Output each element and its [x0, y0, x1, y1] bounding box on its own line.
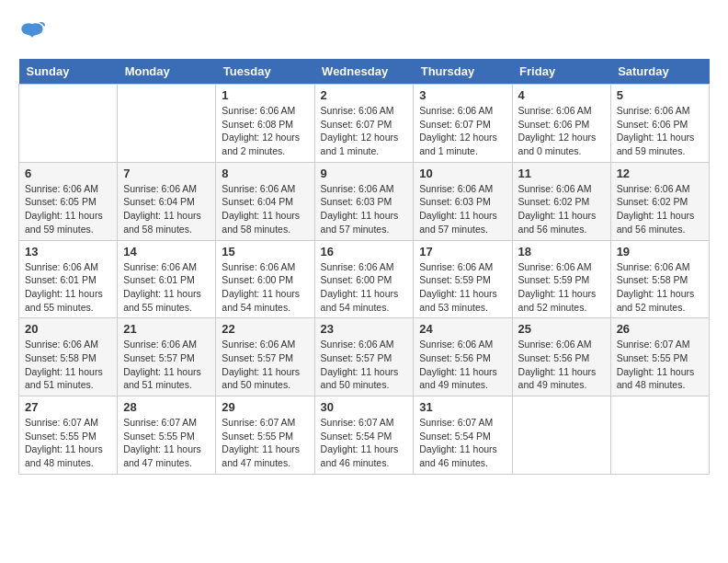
calendar-cell: 17Sunrise: 6:06 AM Sunset: 5:59 PM Dayli… [414, 240, 512, 318]
calendar-cell: 29Sunrise: 6:07 AM Sunset: 5:55 PM Dayli… [216, 396, 314, 475]
weekday-header-tuesday: Tuesday [216, 59, 314, 85]
calendar-cell: 10Sunrise: 6:06 AM Sunset: 6:03 PM Dayli… [414, 162, 512, 240]
day-info: Sunrise: 6:06 AM Sunset: 6:03 PM Dayligh… [321, 182, 408, 236]
calendar-cell [19, 85, 118, 163]
calendar-cell: 30Sunrise: 6:07 AM Sunset: 5:54 PM Dayli… [314, 396, 414, 475]
day-info: Sunrise: 6:06 AM Sunset: 5:59 PM Dayligh… [419, 260, 506, 315]
day-info: Sunrise: 6:06 AM Sunset: 6:00 PM Dayligh… [321, 260, 408, 315]
day-info: Sunrise: 6:06 AM Sunset: 6:03 PM Dayligh… [419, 182, 506, 236]
calendar-cell: 11Sunrise: 6:06 AM Sunset: 6:02 PM Dayli… [512, 162, 610, 240]
calendar-week-row: 13Sunrise: 6:06 AM Sunset: 6:01 PM Dayli… [19, 240, 710, 318]
day-number: 11 [518, 167, 605, 180]
page-header [18, 18, 710, 50]
logo [18, 18, 50, 50]
day-number: 21 [123, 322, 210, 336]
day-info: Sunrise: 6:06 AM Sunset: 6:06 PM Dayligh… [617, 104, 703, 158]
calendar-header-row: SundayMondayTuesdayWednesdayThursdayFrid… [19, 59, 710, 85]
day-number: 23 [321, 322, 408, 336]
day-info: Sunrise: 6:07 AM Sunset: 5:55 PM Dayligh… [123, 416, 210, 470]
calendar-cell: 31Sunrise: 6:07 AM Sunset: 5:54 PM Dayli… [414, 396, 512, 475]
day-number: 31 [419, 400, 506, 414]
day-number: 4 [518, 88, 605, 102]
day-number: 3 [419, 88, 506, 102]
day-number: 13 [25, 245, 111, 259]
calendar-cell: 9Sunrise: 6:06 AM Sunset: 6:03 PM Daylig… [314, 162, 414, 240]
day-info: Sunrise: 6:06 AM Sunset: 5:58 PM Dayligh… [25, 338, 111, 392]
day-info: Sunrise: 6:06 AM Sunset: 5:58 PM Dayligh… [617, 260, 703, 315]
calendar-cell: 12Sunrise: 6:06 AM Sunset: 6:02 PM Dayli… [610, 162, 709, 240]
calendar-cell: 13Sunrise: 6:06 AM Sunset: 6:01 PM Dayli… [19, 240, 118, 318]
day-info: Sunrise: 6:06 AM Sunset: 5:57 PM Dayligh… [222, 338, 308, 392]
weekday-header-wednesday: Wednesday [314, 59, 414, 85]
day-number: 2 [321, 88, 408, 102]
day-info: Sunrise: 6:06 AM Sunset: 6:02 PM Dayligh… [617, 182, 703, 236]
day-number: 19 [617, 245, 703, 259]
weekday-header-saturday: Saturday [610, 59, 709, 85]
day-info: Sunrise: 6:06 AM Sunset: 6:01 PM Dayligh… [123, 260, 210, 315]
day-info: Sunrise: 6:06 AM Sunset: 5:59 PM Dayligh… [518, 260, 605, 315]
calendar-cell: 28Sunrise: 6:07 AM Sunset: 5:55 PM Dayli… [118, 396, 216, 475]
calendar-cell: 27Sunrise: 6:07 AM Sunset: 5:55 PM Dayli… [19, 396, 118, 475]
calendar-cell: 26Sunrise: 6:07 AM Sunset: 5:55 PM Dayli… [610, 318, 709, 396]
calendar-cell: 14Sunrise: 6:06 AM Sunset: 6:01 PM Dayli… [118, 240, 216, 318]
day-number: 7 [123, 167, 210, 180]
day-number: 20 [25, 322, 111, 336]
day-number: 17 [419, 245, 506, 259]
calendar-cell: 20Sunrise: 6:06 AM Sunset: 5:58 PM Dayli… [19, 318, 118, 396]
calendar-cell: 19Sunrise: 6:06 AM Sunset: 5:58 PM Dayli… [610, 240, 709, 318]
calendar-cell: 23Sunrise: 6:06 AM Sunset: 5:57 PM Dayli… [314, 318, 414, 396]
day-number: 6 [25, 167, 111, 180]
calendar-cell: 22Sunrise: 6:06 AM Sunset: 5:57 PM Dayli… [216, 318, 314, 396]
day-number: 26 [617, 322, 703, 336]
day-number: 15 [222, 245, 308, 259]
calendar-cell [512, 396, 610, 475]
day-number: 10 [419, 167, 506, 180]
day-info: Sunrise: 6:06 AM Sunset: 5:57 PM Dayligh… [321, 338, 408, 392]
day-info: Sunrise: 6:06 AM Sunset: 6:00 PM Dayligh… [222, 260, 308, 315]
day-number: 18 [518, 245, 605, 259]
day-info: Sunrise: 6:07 AM Sunset: 5:54 PM Dayligh… [321, 416, 408, 470]
day-number: 30 [321, 400, 408, 414]
calendar-week-row: 6Sunrise: 6:06 AM Sunset: 6:05 PM Daylig… [19, 162, 710, 240]
day-info: Sunrise: 6:06 AM Sunset: 6:04 PM Dayligh… [123, 182, 210, 236]
calendar-cell: 7Sunrise: 6:06 AM Sunset: 6:04 PM Daylig… [118, 162, 216, 240]
day-number: 8 [222, 167, 308, 180]
calendar-cell: 5Sunrise: 6:06 AM Sunset: 6:06 PM Daylig… [610, 85, 709, 163]
day-number: 5 [617, 88, 703, 102]
calendar-cell [610, 396, 709, 475]
day-info: Sunrise: 6:06 AM Sunset: 6:01 PM Dayligh… [25, 260, 111, 315]
weekday-header-monday: Monday [118, 59, 216, 85]
weekday-header-sunday: Sunday [19, 59, 118, 85]
day-info: Sunrise: 6:07 AM Sunset: 5:55 PM Dayligh… [25, 416, 111, 470]
day-info: Sunrise: 6:06 AM Sunset: 6:06 PM Dayligh… [518, 104, 605, 158]
day-number: 22 [222, 322, 308, 336]
calendar-week-row: 1Sunrise: 6:06 AM Sunset: 6:08 PM Daylig… [19, 85, 710, 163]
calendar-cell: 21Sunrise: 6:06 AM Sunset: 5:57 PM Dayli… [118, 318, 216, 396]
calendar-cell: 2Sunrise: 6:06 AM Sunset: 6:07 PM Daylig… [314, 85, 414, 163]
day-info: Sunrise: 6:07 AM Sunset: 5:55 PM Dayligh… [222, 416, 308, 470]
day-info: Sunrise: 6:06 AM Sunset: 6:05 PM Dayligh… [25, 182, 111, 236]
weekday-header-thursday: Thursday [414, 59, 512, 85]
calendar-week-row: 20Sunrise: 6:06 AM Sunset: 5:58 PM Dayli… [19, 318, 710, 396]
day-info: Sunrise: 6:07 AM Sunset: 5:55 PM Dayligh… [617, 338, 703, 392]
day-info: Sunrise: 6:06 AM Sunset: 5:57 PM Dayligh… [123, 338, 210, 392]
day-number: 12 [617, 167, 703, 180]
logo-icon [18, 18, 46, 46]
calendar-cell [118, 85, 216, 163]
day-number: 29 [222, 400, 308, 414]
calendar-cell: 8Sunrise: 6:06 AM Sunset: 6:04 PM Daylig… [216, 162, 314, 240]
day-number: 24 [419, 322, 506, 336]
day-info: Sunrise: 6:06 AM Sunset: 6:04 PM Dayligh… [222, 182, 308, 236]
calendar-cell: 25Sunrise: 6:06 AM Sunset: 5:56 PM Dayli… [512, 318, 610, 396]
calendar-cell: 15Sunrise: 6:06 AM Sunset: 6:00 PM Dayli… [216, 240, 314, 318]
calendar-cell: 4Sunrise: 6:06 AM Sunset: 6:06 PM Daylig… [512, 85, 610, 163]
calendar-cell: 3Sunrise: 6:06 AM Sunset: 6:07 PM Daylig… [414, 85, 512, 163]
calendar-cell: 6Sunrise: 6:06 AM Sunset: 6:05 PM Daylig… [19, 162, 118, 240]
day-info: Sunrise: 6:06 AM Sunset: 5:56 PM Dayligh… [518, 338, 605, 392]
day-number: 16 [321, 245, 408, 259]
calendar-cell: 16Sunrise: 6:06 AM Sunset: 6:00 PM Dayli… [314, 240, 414, 318]
calendar-table: SundayMondayTuesdayWednesdayThursdayFrid… [18, 59, 710, 475]
calendar-cell: 18Sunrise: 6:06 AM Sunset: 5:59 PM Dayli… [512, 240, 610, 318]
day-number: 9 [321, 167, 408, 180]
day-number: 27 [25, 400, 111, 414]
